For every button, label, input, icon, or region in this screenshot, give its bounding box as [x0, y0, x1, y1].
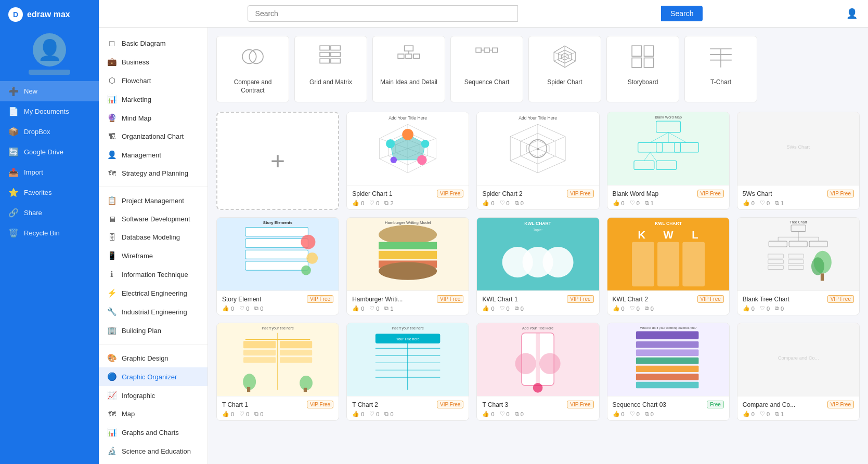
svg-rect-145: [636, 366, 698, 372]
template-card-blank-word[interactable]: Blank Word Map Blank Word Map VIP Free 👍…: [607, 112, 730, 210]
template-card-spider1[interactable]: Add Your Title Here Spider Chart 1 VIP F…: [346, 112, 469, 210]
nav-icon-recycle-bin: 🗑️: [8, 228, 19, 238]
category-card-main-idea[interactable]: Main Idea and Detail: [372, 36, 445, 102]
category-card-compare[interactable]: Compare and Contract: [216, 36, 289, 102]
svg-rect-7: [331, 59, 340, 63]
category-card-tchart[interactable]: T-Chart: [684, 36, 757, 102]
left-nav-item-industrial[interactable]: 🔧Industrial Engineering: [99, 302, 208, 321]
template-card-story[interactable]: Story Elements Story Element VIP Free 👍 …: [216, 217, 339, 315]
left-nav-item-mind-map[interactable]: 🔮Mind Map: [99, 109, 208, 127]
template-card-tchart2[interactable]: Insert your title here Your Title here T…: [346, 323, 469, 421]
template-card-5ws[interactable]: 5Ws Chart 5Ws Chart VIP Free 👍 0 ♡ 0 ⧉ 1: [737, 112, 860, 210]
search-button[interactable]: Search: [661, 6, 703, 21]
category-card-grid[interactable]: Grid and Matrix: [294, 36, 367, 102]
svg-text:✱: ✱: [537, 147, 539, 151]
left-nav-label-project-mgmt: Project Management: [122, 197, 184, 205]
template-hearts-spider1: ♡ 0: [369, 200, 379, 206]
template-footer-tchart1: T Chart 1 VIP Free 👍 0 ♡ 0 ⧉ 0: [217, 396, 339, 420]
template-card-seq03[interactable]: What to do if your clothing catches fire…: [607, 323, 730, 421]
template-preview-hamburger: Hamburger Writing Model: [347, 218, 469, 290]
left-nav-item-basic-diagram[interactable]: ◻Basic Diagram: [99, 34, 208, 52]
left-nav-item-flowchart[interactable]: ⬡Flowchart: [99, 71, 208, 90]
copy-icon: ⧉: [645, 305, 649, 312]
template-card-tchart3[interactable]: Add Your Title Here T Chart 3 VIP Free 👍…: [476, 323, 599, 421]
template-card-kwl2[interactable]: KWL CHART K W L KWL Chart 2 VIP Free 👍 0…: [607, 217, 730, 315]
add-new-card[interactable]: +: [216, 112, 339, 210]
category-label-spider: Spider Chart: [547, 78, 582, 87]
category-label-tchart: T-Chart: [710, 78, 731, 87]
svg-point-40: [402, 129, 413, 140]
template-card-compare-co[interactable]: Compare and Co... Compare and Co... VIP …: [737, 323, 860, 421]
username-placeholder: [29, 70, 70, 75]
left-nav-item-electrical[interactable]: ⚡Electrical Engineering: [99, 284, 208, 302]
left-nav-item-building[interactable]: 🏢Building Plan: [99, 321, 208, 340]
sidebar-item-recycle-bin[interactable]: 🗑️Recycle Bin: [0, 223, 99, 243]
copy-icon: ⧉: [515, 305, 519, 312]
category-card-spider[interactable]: Spider Chart: [528, 36, 601, 102]
left-nav-item-software-dev[interactable]: 🖥Software Development: [99, 210, 208, 228]
left-nav-item-graphic-design[interactable]: 🎨Graphic Design: [99, 349, 208, 367]
sidebar-item-new[interactable]: ➕New: [0, 81, 99, 101]
left-nav-item-project-mgmt[interactable]: 📋Project Management: [99, 191, 208, 210]
template-name-tchart1: T Chart 1: [222, 401, 248, 408]
left-nav-label-graphic-design: Graphic Design: [122, 354, 169, 362]
left-nav-item-org-chart[interactable]: 🏗Organizational Chart: [99, 127, 208, 145]
copy-icon: ⧉: [645, 410, 649, 417]
like-icon: 👍: [222, 410, 229, 417]
template-badge-story: VIP Free: [307, 295, 333, 303]
sidebar-item-import[interactable]: 📥Import: [0, 162, 99, 182]
svg-text:Insert your title here: Insert your title here: [392, 327, 424, 331]
category-card-sequence[interactable]: Sequence Chart: [450, 36, 523, 102]
left-nav-icon-info-tech: ℹ: [107, 270, 116, 279]
search-input[interactable]: [248, 5, 518, 22]
left-nav-item-graphic-organizer[interactable]: 🔵Graphic Organizer: [99, 367, 208, 386]
heart-icon: ♡: [369, 200, 374, 206]
template-copies-blank-tree: ⧉ 0: [775, 305, 784, 312]
left-nav-item-marketing[interactable]: 📊Marketing: [99, 90, 208, 109]
svg-point-139: [515, 353, 536, 374]
template-stats-kwl2: 👍 0 ♡ 0 ⧉ 0: [613, 305, 724, 312]
left-nav-item-wireframe[interactable]: 📱Wireframe: [99, 246, 208, 265]
template-title-row-blank-tree: Blank Tree Chart VIP Free: [743, 295, 854, 303]
svg-rect-102: [809, 241, 827, 247]
left-nav-item-database[interactable]: 🗄Database Modeling: [99, 228, 208, 246]
sidebar-item-favorites[interactable]: ⭐Favorites: [0, 182, 99, 203]
copy-icon: ⧉: [254, 305, 258, 312]
svg-point-138: [540, 353, 561, 374]
svg-line-63: [650, 152, 656, 161]
template-copies-blank-word: ⧉ 1: [645, 200, 654, 206]
user-icon[interactable]: 👤: [846, 8, 858, 19]
left-nav-item-management[interactable]: 👤Management: [99, 145, 208, 164]
template-likes-tchart3: 👍 0: [482, 410, 494, 417]
svg-rect-78: [379, 251, 437, 259]
left-nav-item-info-tech[interactable]: ℹInformation Technique: [99, 265, 208, 284]
template-likes-5ws: 👍 0: [743, 200, 755, 206]
nav-icon-dropbox: 📦: [8, 127, 19, 137]
sidebar-item-google-drive[interactable]: 🔄Google Drive: [0, 142, 99, 162]
svg-rect-60: [656, 143, 680, 153]
category-card-storyboard[interactable]: Storyboard: [606, 36, 679, 102]
sidebar-item-dropbox[interactable]: 📦DropBox: [0, 122, 99, 142]
add-new-icon: +: [270, 147, 285, 175]
template-card-kwl1[interactable]: KWL CHART Topic: KWL Chart 1 VIP Free 👍 …: [476, 217, 599, 315]
left-nav-item-science-edu[interactable]: 🔬Science and Education: [99, 442, 208, 460]
template-copies-5ws: ⧉ 1: [775, 200, 784, 206]
left-nav-item-strategy[interactable]: 🗺Strategy and Planning: [99, 164, 208, 182]
left-nav-item-business[interactable]: 💼Business: [99, 52, 208, 71]
copy-icon: ⧉: [775, 200, 779, 206]
template-hearts-seq03: ♡ 0: [630, 410, 640, 417]
template-copies-kwl2: ⧉ 0: [645, 305, 654, 312]
sidebar-item-my-documents[interactable]: 📄My Documents: [0, 101, 99, 122]
left-nav-item-map[interactable]: 🗺Map: [99, 405, 208, 423]
left-nav-item-graphs-charts[interactable]: 📊Graphs and Charts: [99, 423, 208, 442]
sidebar-item-share[interactable]: 🔗Share: [0, 203, 99, 223]
nav-icon-share: 🔗: [8, 208, 19, 218]
template-card-blank-tree[interactable]: Tree Chart Blank Tree: [737, 217, 860, 315]
template-card-spider2[interactable]: Add Your Title Here ✱ Spider Chart 2 VIP…: [476, 112, 599, 210]
left-nav-item-infographic[interactable]: 📈Infographic: [99, 386, 208, 405]
template-card-tchart1[interactable]: Insert your title here T Chart 1 VIP Fre…: [216, 323, 339, 421]
svg-text:Hamburger Writing Model: Hamburger Writing Model: [385, 221, 431, 226]
template-card-hamburger[interactable]: Hamburger Writing Model Hamburger Writi.…: [346, 217, 469, 315]
template-stats-compare-co: 👍 0 ♡ 0 ⧉ 1: [743, 410, 854, 417]
left-nav-label-graphic-organizer: Graphic Organizer: [122, 373, 177, 381]
